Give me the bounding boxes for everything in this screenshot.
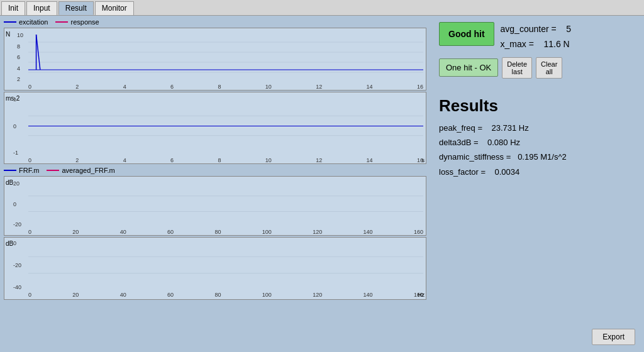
peak-freq-row: peak_freq = 23.731 Hz: [439, 121, 635, 135]
tab-monitor[interactable]: Monitor: [95, 1, 134, 15]
x-max-value: 11.6 N: [543, 39, 569, 49]
loss-factor-value: 0.0034: [495, 167, 520, 177]
peak-freq-label: peak_freq =: [439, 123, 482, 133]
y-label-db1: dB: [6, 179, 13, 186]
avg-frf-legend-item: averaged_FRF.m: [47, 167, 114, 174]
response-line: [55, 21, 68, 23]
x-max-label: x_max =: [501, 39, 534, 49]
dynamic-stiffness-label: dynamic_stiffness =: [439, 152, 511, 162]
response-svg: [28, 96, 423, 156]
export-button[interactable]: Export: [592, 329, 635, 345]
main-content: excitation response N 10 8 6 4 2: [0, 16, 644, 351]
one-hit-button[interactable]: One hit - OK: [439, 58, 498, 77]
delta3db-row: delta3dB = 0.080 Hz: [439, 135, 635, 150]
avg-counter-label: avg_counter =: [501, 24, 557, 34]
tab-input[interactable]: Input: [26, 1, 57, 15]
hz-label: Hz: [418, 292, 425, 298]
avg-counter-row: avg_counter = 5: [501, 22, 571, 37]
delta3db-value: 0.080 Hz: [487, 138, 520, 147]
loss-factor-label: loss_factor =: [439, 167, 486, 177]
loss-factor-row: loss_factor = 0.0034: [439, 165, 635, 179]
frf-chart: dB 20 0 -20 0 20 40 60 80 100 1: [4, 176, 426, 236]
peak-freq-value: 23.731 Hz: [491, 123, 528, 133]
frf-label: FRF.m: [19, 167, 39, 174]
clear-all-button[interactable]: Clear all: [536, 57, 562, 79]
delta3db-label: delta3dB =: [439, 138, 479, 147]
results-title: Results: [439, 96, 635, 116]
avg-frf-line: [47, 170, 59, 171]
frf-legend: FRF.m averaged_FRF.m: [4, 167, 426, 174]
frf-yticks: 20 0 -20: [13, 180, 21, 228]
tab-init[interactable]: Init: [1, 1, 25, 15]
excitation-chart: N 10 8 6 4 2: [4, 28, 426, 91]
excitation-svg: [28, 32, 423, 82]
results-section: Results peak_freq = 23.731 Hz delta3dB =…: [439, 96, 635, 180]
y-label-db2: dB: [6, 240, 13, 247]
avg-frf-label: averaged_FRF.m: [62, 167, 114, 174]
s-label: s: [422, 157, 425, 163]
response-label: response: [70, 18, 99, 26]
avg-frf-xticks: 0 20 40 60 80 100 120 140 160: [28, 292, 423, 298]
excitation-xticks: 0 2 4 6 8 10 12 14 16: [28, 84, 423, 90]
good-hit-button[interactable]: Good hit: [439, 22, 494, 46]
tab-result[interactable]: Result: [58, 1, 94, 15]
response-chart: ms-2 1 0 -1 0 2 4 6 8 10: [4, 92, 426, 164]
avg-frf-svg: [28, 240, 423, 290]
frf-line: [4, 170, 16, 171]
y-label-N: N: [6, 31, 10, 38]
frf-legend-item: FRF.m: [4, 167, 39, 174]
response-yticks: 1 0 -1: [13, 96, 18, 156]
frf-xticks: 0 20 40 60 80 100 120 140 160: [28, 229, 423, 235]
hit-row: One hit - OK Delete last Clear all: [439, 57, 635, 79]
response-xticks: 0 2 4 6 8 10 12 14 16: [28, 157, 423, 163]
excitation-line: [4, 21, 16, 23]
avg-frf-chart: dB 0 -20 -40 0 20 40 60 80 100 120 140: [4, 237, 426, 300]
stats-block: avg_counter = 5 x_max = 11.6 N: [501, 22, 571, 52]
frf-svg: [28, 180, 423, 228]
export-row: Export: [439, 322, 635, 345]
excitation-label: excitation: [19, 18, 48, 26]
response-legend: response: [55, 18, 99, 26]
excitation-yticks: 10 8 6 4 2: [17, 32, 23, 82]
excitation-legend: excitation: [4, 18, 48, 26]
top-right-section: Good hit avg_counter = 5 x_max = 11.6 N: [439, 22, 635, 52]
tab-bar: Init Input Result Monitor: [0, 0, 644, 16]
right-panel: Good hit avg_counter = 5 x_max = 11.6 N …: [430, 16, 644, 351]
dynamic-stiffness-value: 0.195 M1/s^2: [518, 152, 567, 162]
delete-last-button[interactable]: Delete last: [502, 57, 532, 79]
avg-counter-value: 5: [566, 24, 571, 34]
avg-frf-yticks: 0 -20 -40: [13, 240, 21, 290]
left-panel: excitation response N 10 8 6 4 2: [0, 16, 430, 351]
dynamic-stiffness-row: dynamic_stiffness = 0.195 M1/s^2: [439, 150, 635, 164]
top-legend: excitation response: [4, 18, 426, 26]
x-max-row: x_max = 11.6 N: [501, 37, 571, 52]
